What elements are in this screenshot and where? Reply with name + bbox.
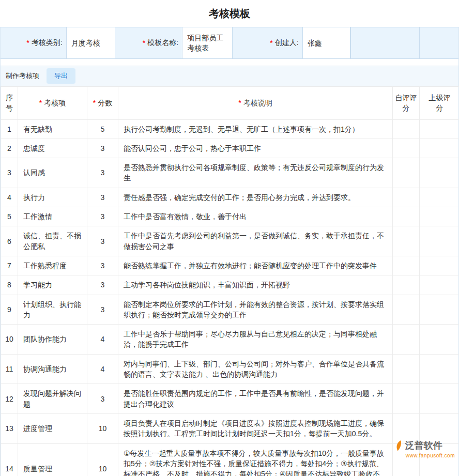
form-empty-cell [350, 27, 420, 58]
row-superior-score-cell [420, 295, 459, 325]
category-input[interactable]: 月度考核 [66, 27, 115, 58]
row-index: 11 [1, 354, 18, 384]
row-superior-score-cell [420, 158, 459, 188]
row-self-score-cell [393, 275, 420, 295]
row-score: 10 [87, 443, 118, 476]
assessment-items-section-bar: 制作考核项 导出 [1, 66, 458, 86]
row-description: 能否熟练掌握工作，并独立有效地进行；能否随机应变的处理工作中的突发事件 [118, 256, 393, 275]
table-row: 6 诚信、担责、不损公肥私 3 工作中是否首先考虑到公司的利益第一，是否做到诚信… [1, 226, 459, 256]
row-score: 3 [87, 256, 118, 275]
row-score: 3 [87, 384, 118, 414]
row-item: 认同感 [18, 158, 87, 188]
row-score: 3 [87, 295, 118, 325]
row-index: 14 [1, 443, 18, 476]
export-button[interactable]: 导出 [47, 68, 75, 84]
row-superior-score-cell [420, 139, 459, 158]
header-item-text: 考核项 [44, 99, 66, 107]
row-superior-score-cell [420, 413, 459, 443]
row-index: 9 [1, 295, 18, 325]
row-self-score-cell [393, 139, 420, 158]
row-item: 执行力 [18, 188, 87, 207]
row-superior-score-cell [420, 226, 459, 256]
table-row: 1 有无缺勤 5 执行公司考勤制度，无迟到、无早退、无旷工（上述事项有一次，扣1… [1, 119, 459, 139]
row-index: 1 [1, 119, 18, 139]
row-score: 4 [87, 325, 118, 355]
template-info-form: * 考核类别: 月度考核 * 模板名称: 项目部员工考核表 * 创建人: 张鑫 [1, 27, 458, 59]
row-description: 工作中是否富有激情，敬业，善于付出 [118, 207, 393, 226]
required-asterisk: * [93, 99, 96, 107]
category-label: * 考核类别: [1, 27, 66, 58]
row-item: 工作熟悉程度 [18, 256, 87, 275]
row-self-score-cell [393, 384, 420, 414]
row-superior-score-cell [420, 275, 459, 295]
table-row: 3 认同感 3 是否熟悉并贯彻执行公司各项规章制度、政策等；有无违反公司规章制度… [1, 158, 459, 188]
row-score: 4 [87, 354, 118, 384]
row-item: 质量管理 [18, 443, 87, 476]
row-description: 能否制定本岗位所要求的工作计划，并能有效的整合资源，按计划、按要求落实组织执行；… [118, 295, 393, 325]
header-score: *分数 [87, 87, 118, 120]
section-title: 制作考核项 [6, 71, 39, 81]
required-asterisk: * [270, 39, 272, 47]
row-score: 3 [87, 188, 118, 207]
row-score: 3 [87, 158, 118, 188]
row-item: 发现问题并解决问题 [18, 384, 87, 414]
row-description: ①每发生一起重大质量事故本项不得分，较大质量事故每次扣10分，一般质量事故扣5分… [118, 443, 393, 476]
row-self-score-cell [393, 119, 420, 139]
table-row: 10 团队协作能力 4 工作中是否乐于帮助同事；尽心尽力服从与自己意见相左的决定… [1, 325, 459, 355]
row-item: 团队协作能力 [18, 325, 87, 355]
row-item: 有无缺勤 [18, 119, 87, 139]
row-description: 工作中是否首先考虑到公司的利益第一，是否做到诚信、务实，敢于承担责任，不做损害公… [118, 226, 393, 256]
template-name-label: * 模板名称: [115, 27, 182, 58]
row-index: 12 [1, 384, 18, 414]
row-self-score-cell [393, 207, 420, 226]
template-name-label-text: 模板名称: [147, 38, 178, 48]
watermark-url: www.fanpusoft.com [394, 453, 455, 458]
row-self-score-cell [393, 256, 420, 275]
row-self-score-cell [393, 354, 420, 384]
row-item: 学习能力 [18, 275, 87, 295]
row-self-score-cell [393, 295, 420, 325]
table-row: 2 忠诚度 3 能否认同公司，忠于公司，热心于本职工作 [1, 139, 459, 158]
table-row: 14 质量管理 10 ①每发生一起重大质量事故本项不得分，较大质量事故每次扣10… [1, 443, 459, 476]
row-item: 进度管理 [18, 413, 87, 443]
header-item: *考核项 [18, 87, 87, 120]
row-score: 3 [87, 207, 118, 226]
creator-input[interactable]: 张鑫 [302, 27, 350, 58]
row-index: 5 [1, 207, 18, 226]
table-row: 9 计划组织、执行能力 3 能否制定本岗位所要求的工作计划，并能有效的整合资源，… [1, 295, 459, 325]
header-description-text: 考核说明 [243, 99, 272, 107]
row-score: 3 [87, 139, 118, 158]
row-superior-score-cell [420, 119, 459, 139]
row-superior-score-cell [420, 207, 459, 226]
row-index: 3 [1, 158, 18, 188]
row-self-score-cell [393, 325, 420, 355]
assessment-table: 序号 *考核项 *分数 *考核说明 自评评分 上级评分 1 有无缺勤 5 执行公… [1, 86, 459, 476]
row-description: 项目负责人在项目启动时制定《项目进度表》按照进度表控制现场施工进度，确保按照计划… [118, 413, 393, 443]
header-description: *考核说明 [118, 87, 393, 120]
creator-label-text: 创建人: [275, 38, 299, 48]
row-superior-score-cell [420, 384, 459, 414]
row-description: 责任感是否强，确定完成交付的工作；是否用心努力完成，并达到要求。 [118, 188, 393, 207]
table-row: 5 工作激情 3 工作中是否富有激情，敬业，善于付出 [1, 207, 459, 226]
row-item: 协调沟通能力 [18, 354, 87, 384]
row-item: 忠诚度 [18, 139, 87, 158]
row-index: 4 [1, 188, 18, 207]
row-self-score-cell [393, 226, 420, 256]
header-superior-score: 上级评分 [420, 87, 459, 120]
row-score: 3 [87, 226, 118, 256]
row-self-score-cell [393, 158, 420, 188]
row-description: 执行公司考勤制度，无迟到、无早退、无旷工（上述事项有一次，扣1分） [118, 119, 393, 139]
header-self-score: 自评评分 [393, 87, 420, 120]
page-title: 考核模板 [0, 0, 459, 27]
row-item: 工作激情 [18, 207, 87, 226]
row-superior-score-cell [420, 354, 459, 384]
template-name-input[interactable]: 项目部员工考核表 [182, 27, 233, 58]
row-description: 主动学习各种岗位技能知识，丰富知识面，开拓视野 [118, 275, 393, 295]
row-self-score-cell [393, 413, 420, 443]
required-asterisk: * [26, 39, 29, 47]
row-description: 对内与同事们、上下级、部门、公司与公司间；对外与客户、合作单位是否具备流畅的语言… [118, 354, 393, 384]
table-row: 7 工作熟悉程度 3 能否熟练掌握工作，并独立有效地进行；能否随机应变的处理工作… [1, 256, 459, 275]
row-index: 2 [1, 139, 18, 158]
row-score: 5 [87, 119, 118, 139]
row-score: 3 [87, 275, 118, 295]
